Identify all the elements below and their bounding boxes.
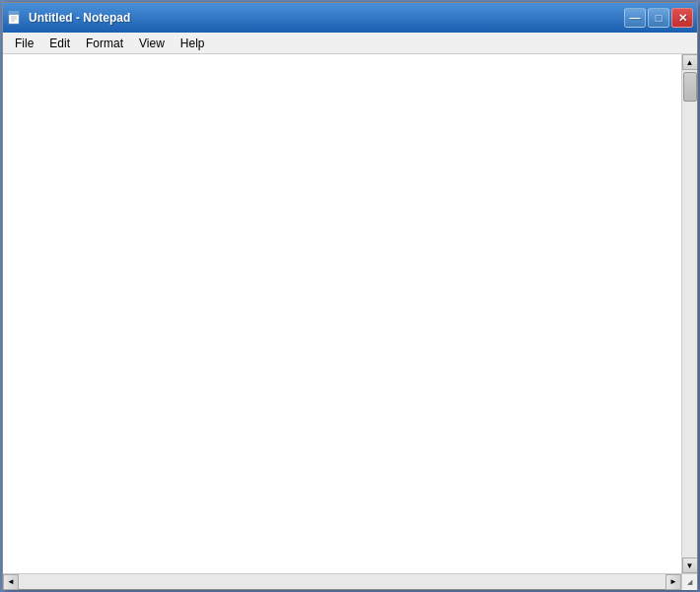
scroll-thumb-vertical[interactable] — [683, 72, 697, 102]
text-editor[interactable] — [3, 54, 681, 573]
scroll-track-vertical[interactable] — [682, 70, 697, 557]
menu-format[interactable]: Format — [78, 35, 131, 52]
window-title: Untitled - Notepad — [29, 11, 130, 25]
scrollbar-corner: ◢ — [681, 574, 697, 590]
menu-bar: File Edit Format View Help — [3, 33, 697, 54]
horizontal-scrollbar: ◄ ► ◢ — [3, 573, 697, 589]
svg-rect-1 — [9, 11, 19, 15]
scroll-up-button[interactable]: ▲ — [682, 54, 698, 70]
app-icon — [7, 10, 23, 26]
menu-help[interactable]: Help — [173, 35, 213, 52]
minimize-button[interactable]: — — [624, 8, 646, 28]
main-content: ▲ ▼ — [3, 54, 697, 573]
maximize-button[interactable]: □ — [648, 8, 669, 28]
menu-view[interactable]: View — [131, 35, 173, 52]
title-bar-left: Untitled - Notepad — [7, 10, 130, 26]
window-controls: — □ ✕ — [624, 8, 693, 28]
scroll-track-horizontal[interactable] — [19, 574, 665, 589]
scroll-down-button[interactable]: ▼ — [682, 557, 698, 573]
scroll-right-button[interactable]: ► — [665, 574, 681, 590]
bottom-area: ◄ ► ◢ — [3, 573, 697, 589]
notepad-window: Untitled - Notepad — □ ✕ File Edit Forma… — [2, 2, 698, 590]
scroll-left-button[interactable]: ◄ — [3, 574, 19, 590]
menu-edit[interactable]: Edit — [41, 35, 78, 52]
title-bar: Untitled - Notepad — □ ✕ — [3, 3, 697, 33]
vertical-scrollbar: ▲ ▼ — [681, 54, 697, 573]
menu-file[interactable]: File — [7, 35, 41, 52]
close-button[interactable]: ✕ — [671, 8, 693, 28]
